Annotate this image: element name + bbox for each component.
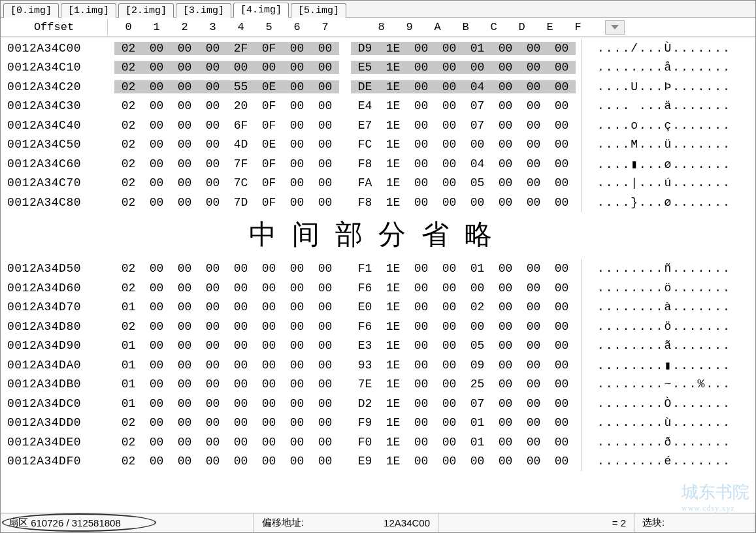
hex-cell[interactable]: 00 (519, 320, 548, 333)
row-ascii[interactable]: ........ã....... (582, 339, 731, 352)
hex-cell[interactable]: 00 (548, 378, 576, 391)
hex-cell[interactable]: 00 (283, 262, 311, 275)
hex-cell[interactable]: 00 (142, 42, 171, 55)
row-ascii[interactable]: ........~...%... (582, 378, 731, 391)
hex-cell[interactable]: 00 (491, 339, 519, 352)
row-ascii[interactable]: ........ð....... (582, 436, 731, 449)
hex-cell[interactable]: 00 (407, 455, 435, 468)
row-hex[interactable]: 02000000200F0000E41E000007000000 (108, 99, 576, 112)
hex-cell[interactable]: 00 (435, 378, 463, 391)
hex-cell[interactable]: 00 (548, 455, 576, 468)
hex-cell[interactable]: 00 (311, 320, 339, 333)
hex-cell[interactable]: 1E (379, 416, 407, 429)
hex-cell[interactable]: 01 (463, 42, 491, 55)
hex-cell[interactable]: 00 (171, 320, 199, 333)
hex-cell[interactable]: 25 (463, 378, 491, 391)
hex-cell[interactable]: 00 (435, 397, 463, 410)
hex-row[interactable]: 0012A34C40020000006F0F0000E71E0000070000… (1, 116, 755, 135)
hex-cell[interactable]: 07 (463, 397, 491, 410)
hex-cell[interactable]: 1E (379, 42, 407, 55)
hex-cell[interactable]: 00 (255, 339, 283, 352)
hex-cell[interactable]: 00 (171, 262, 199, 275)
hex-cell[interactable]: FA (351, 176, 379, 189)
hex-cell[interactable]: 00 (227, 282, 255, 295)
tab-3[interactable]: [3.img] (176, 3, 231, 18)
hex-cell[interactable]: 00 (491, 138, 519, 151)
hex-cell[interactable]: 00 (519, 339, 548, 352)
hex-cell[interactable]: 1E (379, 80, 407, 93)
hex-cell[interactable]: 0F (255, 119, 283, 132)
hex-cell[interactable]: 0E (255, 80, 283, 93)
hex-cell[interactable]: 07 (463, 119, 491, 132)
hex-cell[interactable]: 00 (311, 119, 339, 132)
hex-row[interactable]: 0012A34D700100000000000000E01E0000020000… (1, 298, 755, 317)
row-hex[interactable]: 020000004D0E0000FC1E000000000000 (108, 138, 576, 151)
hex-cell[interactable]: 00 (435, 99, 463, 112)
hex-cell[interactable]: 01 (114, 339, 142, 352)
hex-cell[interactable]: 00 (311, 359, 339, 372)
row-hex[interactable]: 020000006F0F0000E71E000007000000 (108, 119, 576, 132)
hex-cell[interactable]: 00 (491, 455, 519, 468)
hex-cell[interactable]: 00 (255, 397, 283, 410)
row-hex[interactable]: 0100000000000000D21E000007000000 (108, 397, 576, 410)
hex-cell[interactable]: 00 (199, 416, 227, 429)
hex-cell[interactable]: 0F (255, 196, 283, 209)
hex-cell[interactable]: 00 (519, 378, 548, 391)
hex-cell[interactable]: 00 (491, 42, 519, 55)
hex-cell[interactable]: 00 (283, 397, 311, 410)
hex-cell[interactable]: 00 (491, 416, 519, 429)
hex-cell[interactable]: 00 (255, 282, 283, 295)
hex-cell[interactable]: 1E (379, 455, 407, 468)
hex-cell[interactable]: 00 (227, 262, 255, 275)
hex-cell[interactable]: 00 (227, 300, 255, 314)
hex-cell[interactable]: 1E (379, 157, 407, 170)
hex-cell[interactable]: 00 (199, 320, 227, 333)
hex-row[interactable]: 0012A34DB001000000000000007E1E0000250000… (1, 375, 755, 395)
hex-cell[interactable]: 01 (114, 300, 142, 314)
hex-cell[interactable]: 00 (283, 282, 311, 295)
hex-cell[interactable]: 00 (548, 80, 576, 93)
hex-cell[interactable]: 02 (114, 119, 142, 132)
hex-cell[interactable]: 00 (199, 397, 227, 410)
hex-cell[interactable]: 00 (407, 42, 435, 55)
hex-cell[interactable]: 02 (463, 300, 491, 314)
hex-cell[interactable]: 00 (199, 42, 227, 55)
hex-row[interactable]: 0012A34D800200000000000000F61E0000000000… (1, 317, 755, 336)
hex-cell[interactable]: 00 (519, 157, 548, 170)
hex-cell[interactable]: 00 (311, 436, 339, 449)
hex-cell[interactable]: 7E (351, 378, 379, 391)
hex-cell[interactable]: 7F (227, 157, 255, 170)
hex-cell[interactable]: 00 (142, 397, 171, 410)
hex-row[interactable]: 0012A34C00020000002F0F0000D91E0000010000… (1, 39, 755, 58)
hex-cell[interactable]: F9 (351, 416, 379, 429)
hex-cell[interactable]: 00 (171, 99, 199, 112)
hex-row[interactable]: 0012A34DD00200000000000000F91E0000010000… (1, 413, 755, 433)
row-ascii[interactable]: ..../...Ù....... (582, 42, 731, 55)
hex-cell[interactable]: 00 (142, 320, 171, 333)
hex-cell[interactable]: 00 (435, 359, 463, 372)
tab-1[interactable]: [1.img] (61, 3, 116, 18)
hex-cell[interactable]: 00 (227, 455, 255, 468)
hex-cell[interactable]: 00 (491, 378, 519, 391)
hex-cell[interactable]: 00 (435, 157, 463, 170)
hex-cell[interactable]: 00 (227, 320, 255, 333)
hex-cell[interactable]: 00 (311, 42, 339, 55)
hex-cell[interactable]: 00 (548, 300, 576, 314)
hex-cell[interactable]: 00 (227, 416, 255, 429)
hex-cell[interactable]: 01 (114, 397, 142, 410)
hex-cell[interactable]: 00 (435, 42, 463, 55)
hex-cell[interactable]: 00 (199, 99, 227, 112)
hex-cell[interactable]: 00 (171, 176, 199, 189)
hex-viewer[interactable]: 0012A34C00020000002F0F0000D91E0000010000… (1, 37, 755, 513)
hex-cell[interactable]: 00 (171, 359, 199, 372)
hex-row[interactable]: 0012A34C80020000007D0F0000F81E0000000000… (1, 193, 755, 212)
hex-cell[interactable]: 00 (171, 119, 199, 132)
hex-cell[interactable]: 00 (519, 416, 548, 429)
hex-cell[interactable]: 00 (491, 196, 519, 209)
hex-cell[interactable]: 00 (435, 300, 463, 314)
hex-cell[interactable]: 00 (142, 80, 171, 93)
hex-cell[interactable]: 02 (114, 176, 142, 189)
hex-cell[interactable]: 02 (114, 416, 142, 429)
hex-cell[interactable]: 00 (283, 378, 311, 391)
hex-cell[interactable]: 00 (199, 119, 227, 132)
